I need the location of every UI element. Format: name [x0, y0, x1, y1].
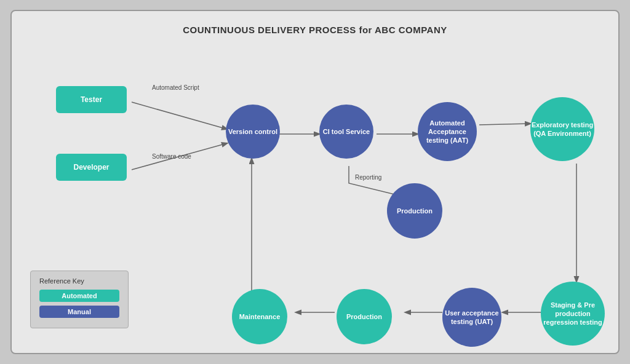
tester-node: Tester: [56, 86, 127, 113]
page-title: COUNTINUOUS DELIVERY PROCESS for ABC COM…: [12, 25, 618, 35]
ref-manual: Manual: [39, 306, 119, 318]
production-bot-node: Production: [337, 289, 392, 344]
ref-title: Reference Key: [39, 277, 119, 285]
uat-node: User acceptance testing (UAT): [442, 288, 501, 347]
production-mid-node: Production: [387, 183, 442, 239]
exploratory-node: Exploratory testing (QA Environment): [530, 97, 594, 161]
developer-node: Developer: [56, 154, 127, 181]
aat-node: Automated Acceptance testing (AAT): [418, 102, 477, 161]
automated-script-label: Automated Script: [152, 84, 199, 92]
version-control-node: Version control: [226, 105, 280, 159]
reference-key-box: Reference Key Automated Manual: [30, 271, 129, 328]
ref-automated: Automated: [39, 290, 119, 302]
reporting-label: Reporting: [355, 173, 381, 181]
canvas: COUNTINUOUS DELIVERY PROCESS for ABC COM…: [10, 10, 620, 354]
software-code-label: Software code: [152, 152, 191, 160]
ci-tool-node: CI tool Service: [319, 105, 373, 159]
maintenance-node: Maintenance: [232, 289, 287, 344]
staging-node: Staging & Pre production regression test…: [541, 282, 605, 346]
